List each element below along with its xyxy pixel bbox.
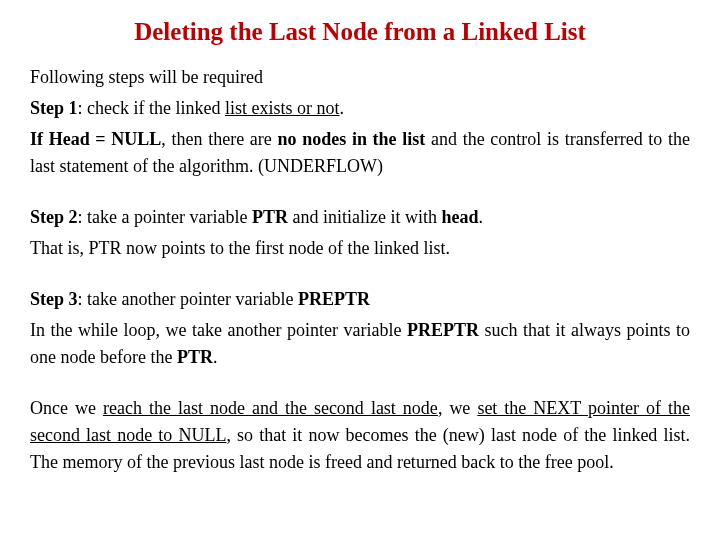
step-3b-text-1: In the while loop, we take another point… [30, 320, 407, 340]
step-3b: In the while loop, we take another point… [30, 317, 690, 371]
step-3-label: Step 3 [30, 289, 78, 309]
step-2-label: Step 2 [30, 207, 78, 227]
step-1b-bold-2: no nodes in the list [278, 129, 426, 149]
step-2b: That is, PTR now points to the first nod… [30, 235, 690, 262]
step-3: Step 3: take another pointer variable PR… [30, 286, 690, 313]
step-2-period: . [478, 207, 483, 227]
step-2: Step 2: take a pointer variable PTR and … [30, 204, 690, 231]
step-2-text-2: and initialize it with [288, 207, 441, 227]
step-3b-period: . [213, 347, 218, 367]
step-1b-text-1: , then there are [161, 129, 277, 149]
step-1-period: . [340, 98, 345, 118]
intro-text: Following steps will be required [30, 64, 690, 91]
step-1-underline: list exists or not [225, 98, 340, 118]
step-1b: If Head = NULL, then there are no nodes … [30, 126, 690, 180]
step-3b-bold-1: PREPTR [407, 320, 479, 340]
step-3b-bold-2: PTR [177, 347, 213, 367]
step-1-colon: : [78, 98, 88, 118]
step-2-bold-2: head [441, 207, 478, 227]
step-2-text-1: : take a pointer variable [78, 207, 252, 227]
page-title: Deleting the Last Node from a Linked Lis… [30, 18, 690, 46]
step-1b-bold-1: If Head = NULL [30, 129, 161, 149]
step-3-bold-1: PREPTR [298, 289, 370, 309]
step-3-text-1: : take another pointer variable [78, 289, 298, 309]
final-para: Once we reach the last node and the seco… [30, 395, 690, 476]
step-1-label: Step 1 [30, 98, 78, 118]
final-text-1: Once we [30, 398, 103, 418]
final-underline-1: reach the last node and the second last … [103, 398, 438, 418]
step-1: Step 1: check if the linked list exists … [30, 95, 690, 122]
final-text-2: , we [438, 398, 478, 418]
step-2-bold-1: PTR [252, 207, 288, 227]
step-1-text-1: check if the linked [87, 98, 225, 118]
